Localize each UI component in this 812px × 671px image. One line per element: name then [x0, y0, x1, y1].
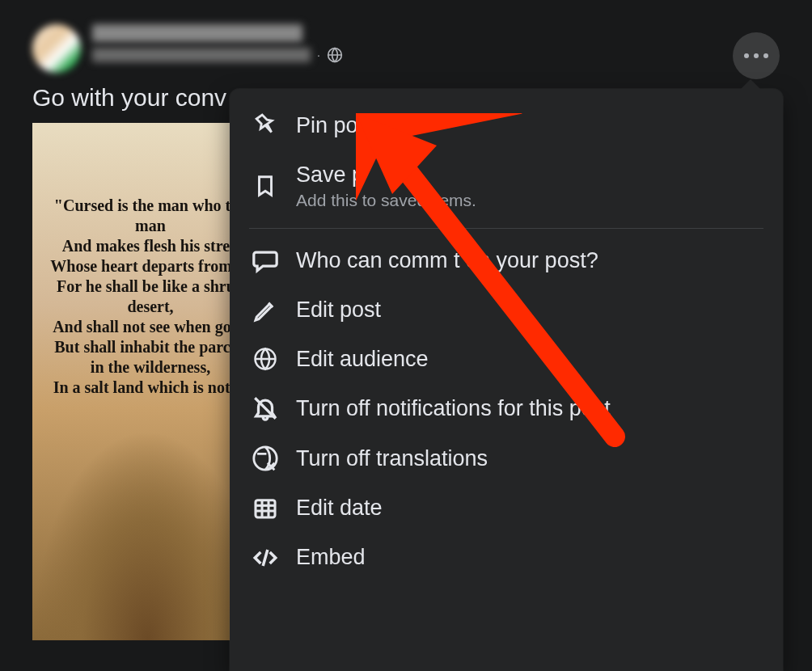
- menu-who-can-comment[interactable]: Who can comm t on your post?: [241, 235, 772, 285]
- menu-label: Pin post: [296, 112, 375, 138]
- menu-divider: [249, 228, 763, 229]
- author-name-blurred[interactable]: [92, 24, 302, 42]
- pencil-icon: [249, 298, 281, 323]
- menu-edit-audience[interactable]: Edit audience: [241, 335, 772, 383]
- globe-icon: [249, 347, 281, 371]
- translation-icon: [249, 445, 281, 472]
- menu-edit-post[interactable]: Edit post: [241, 285, 772, 334]
- menu-sublabel: Add this to saved items.: [296, 191, 476, 210]
- post-time-blurred: [92, 48, 311, 62]
- menu-pin-post[interactable]: Pin post: [241, 100, 772, 150]
- menu-label: Turn off translations: [296, 445, 488, 471]
- menu-turn-off-translations[interactable]: Turn off translations: [241, 433, 772, 483]
- ellipsis-icon: [744, 53, 768, 58]
- bell-off-icon: [249, 395, 281, 422]
- menu-label: Save p: [296, 162, 476, 188]
- menu-turn-off-notifications[interactable]: Turn off notifications for this post: [241, 383, 772, 433]
- embed-icon: [249, 544, 281, 572]
- avatar[interactable]: [32, 24, 81, 73]
- menu-label: Edit audience: [296, 346, 429, 372]
- more-options-button[interactable]: [733, 32, 780, 79]
- menu-label: Turn off notifications for this post: [296, 395, 611, 421]
- image-quote-text: "Cursed is the man who tru man And makes…: [39, 196, 262, 398]
- menu-embed[interactable]: Embed: [241, 533, 772, 583]
- menu-label: Embed: [296, 544, 366, 570]
- author-block: ·: [92, 24, 780, 63]
- comment-icon: [249, 247, 281, 274]
- globe-icon[interactable]: [327, 47, 343, 63]
- post-meta: ·: [92, 47, 780, 63]
- post-header: ·: [32, 24, 780, 73]
- meta-separator: ·: [317, 49, 320, 61]
- menu-edit-date[interactable]: Edit date: [241, 483, 772, 532]
- menu-save-post[interactable]: Save p Add this to saved items.: [241, 150, 772, 222]
- svg-rect-4: [256, 500, 275, 517]
- post-options-menu: Pin post Save p Add this to saved items.…: [230, 89, 783, 671]
- calendar-icon: [249, 495, 281, 521]
- menu-label: Who can comm t on your post?: [296, 247, 598, 273]
- post-image-left[interactable]: "Cursed is the man who tru man And makes…: [32, 123, 262, 640]
- svg-point-3: [254, 447, 277, 470]
- menu-label: Edit date: [296, 495, 383, 521]
- menu-label: Edit post: [296, 297, 381, 323]
- pin-icon: [249, 112, 281, 139]
- bookmark-icon: [249, 172, 281, 200]
